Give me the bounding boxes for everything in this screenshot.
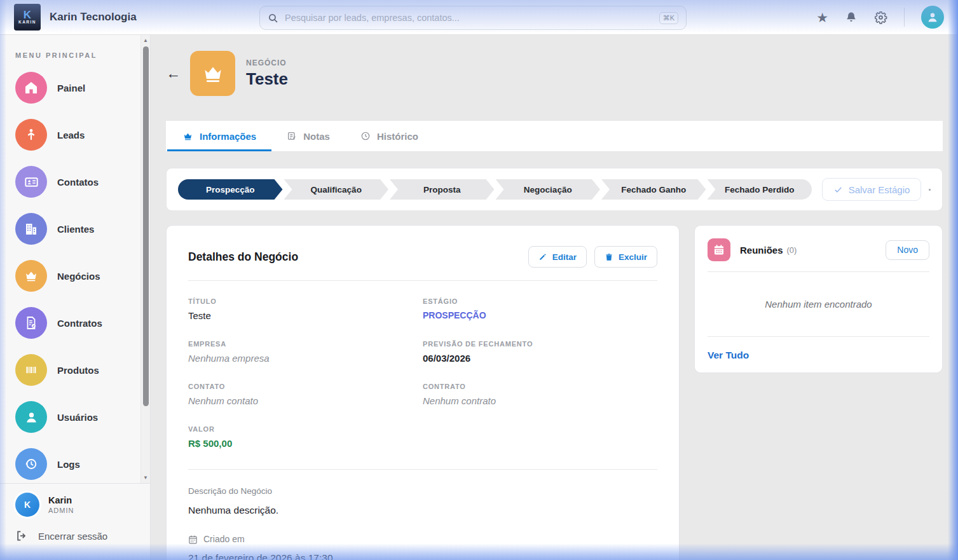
deal-details-card: Detalhes do Negócio Editar Excluir [166,225,680,560]
crown-icon [182,131,193,142]
field-value: 06/03/2026 [423,353,657,364]
divider [708,271,929,272]
field-titulo: TÍTULO Teste [188,297,423,321]
sidebar-footer: K Karin ADMIN Encerrar sessão [0,483,150,560]
tab-bar: Informações Notas Histórico [166,120,943,152]
favorites-star-icon[interactable]: ★ [816,11,828,24]
meetings-calendar-icon [708,238,730,261]
user-role-badge: ADMIN [48,507,74,514]
logout-label: Encerrar sessão [38,531,107,542]
sidebar: MENU PRINCIPAL Painel Leads Contatos [0,35,151,560]
drag-dot [929,189,931,191]
field-value: Nenhum contato [188,395,423,406]
sidebar-item-negocios[interactable]: Negócios [15,260,150,292]
view-all-link[interactable]: Ver Tudo [708,347,929,361]
calendar-icon [188,535,198,544]
divider [188,280,657,281]
brand-title: Karin Tecnologia [50,11,137,24]
stage-prospeccao[interactable]: Prospecção [178,179,283,200]
field-contato: CONTATO Nenhum contato [188,383,423,406]
sidebar-item-label: Painel [57,83,85,93]
settings-gear-icon[interactable] [874,11,887,24]
sidebar-item-painel[interactable]: Painel [15,72,150,104]
edit-button[interactable]: Editar [528,246,587,268]
field-label: CONTRATO [423,383,657,390]
field-value: Nenhuma empresa [188,353,423,364]
field-previsao: PREVISÃO DE FECHAMENTO 06/03/2026 [423,340,657,364]
sidebar-item-label: Usuários [57,412,98,423]
sidebar-item-produtos[interactable]: Produtos [15,354,150,386]
divider [188,469,657,470]
tab-informacoes[interactable]: Informações [167,121,271,151]
divider [708,336,929,337]
field-value: Teste [188,310,423,321]
logo-k-glyph: K [24,10,31,20]
field-label: EMPRESA [188,340,423,348]
stage-fechado-ganho[interactable]: Fechado Ganho [601,179,706,200]
user-icon [15,401,47,433]
tab-historico[interactable]: Histórico [345,121,434,151]
user-name: Karin [48,495,74,505]
sidebar-item-logs[interactable]: Logs [15,448,150,480]
sidebar-item-label: Clientes [57,224,94,235]
sidebar-item-label: Contratos [57,318,102,329]
field-label: ESTÁGIO [423,297,657,305]
topbar-divider [904,8,905,27]
history-icon [15,448,47,480]
field-valor: VALOR R$ 500,00 [188,425,423,449]
field-label: VALOR [188,425,423,433]
save-stage-button[interactable]: Salvar Estágio [822,178,921,201]
stage-fechado-perdido[interactable]: Fechado Perdido [708,179,812,200]
scrollbar-thumb[interactable] [143,46,149,406]
field-label: PREVISÃO DE FECHAMENTO [423,340,657,348]
stage-qualificacao[interactable]: Qualificação [284,179,389,200]
new-meeting-button[interactable]: Novo [886,240,929,260]
delete-button[interactable]: Excluir [594,246,657,268]
sidebar-item-label: Contatos [57,177,99,188]
search-placeholder: Pesquisar por leads, empresas, contatos.… [285,13,659,23]
sidebar-scrollbar[interactable]: ▲ ▼ [140,35,150,483]
search-shortcut-badge: ⌘K [659,12,678,24]
global-search-input[interactable]: Pesquisar por leads, empresas, contatos.… [259,6,687,30]
barcode-icon [15,354,47,386]
meetings-title: Reuniões [740,245,783,256]
tab-label: Histórico [377,131,418,142]
trash-icon [605,252,613,262]
profile-avatar[interactable] [921,6,944,29]
sidebar-item-contatos[interactable]: Contatos [15,166,150,198]
building-icon [15,213,47,245]
field-label: CONTATO [188,383,423,390]
pencil-icon [538,252,547,261]
logout-button[interactable]: Encerrar sessão [15,529,135,542]
sidebar-item-contratos[interactable]: Contratos [15,307,150,339]
crown-icon [15,260,47,292]
tab-notas[interactable]: Notas [271,121,345,151]
scroll-up-arrow[interactable]: ▲ [141,38,150,43]
main-content: ← NEGÓCIO Teste Informações Notas [151,35,958,560]
field-estagio: ESTÁGIO PROSPECÇÃO [423,297,657,321]
logout-icon [15,529,28,542]
back-button[interactable]: ← [166,65,190,82]
scroll-down-arrow[interactable]: ▼ [141,475,150,481]
app-logo[interactable]: K KARIN [14,4,41,31]
sidebar-item-clientes[interactable]: Clientes [15,213,150,245]
field-contrato: CONTRATO Nenhum contrato [423,383,657,406]
tab-label: Notas [303,131,330,142]
sidebar-item-usuarios[interactable]: Usuários [15,401,150,433]
sidebar-item-label: Produtos [57,365,99,376]
home-icon [15,72,47,104]
details-heading: Detalhes do Negócio [188,250,298,264]
notifications-bell-icon[interactable] [845,11,858,24]
field-value: R$ 500,00 [188,438,423,449]
page-header: ← NEGÓCIO Teste [166,51,943,96]
contact-card-icon [15,166,47,198]
stage-proposta[interactable]: Proposta [390,179,495,200]
leads-icon [15,119,47,151]
sidebar-item-leads[interactable]: Leads [15,119,150,151]
current-user[interactable]: K Karin ADMIN [15,493,135,517]
stage-negociacao[interactable]: Negociação [496,179,601,200]
field-label: TÍTULO [188,297,423,305]
meetings-empty-state: Nenhum item encontrado [708,282,929,326]
delete-label: Excluir [619,252,647,262]
created-label: Criado em [203,534,245,544]
